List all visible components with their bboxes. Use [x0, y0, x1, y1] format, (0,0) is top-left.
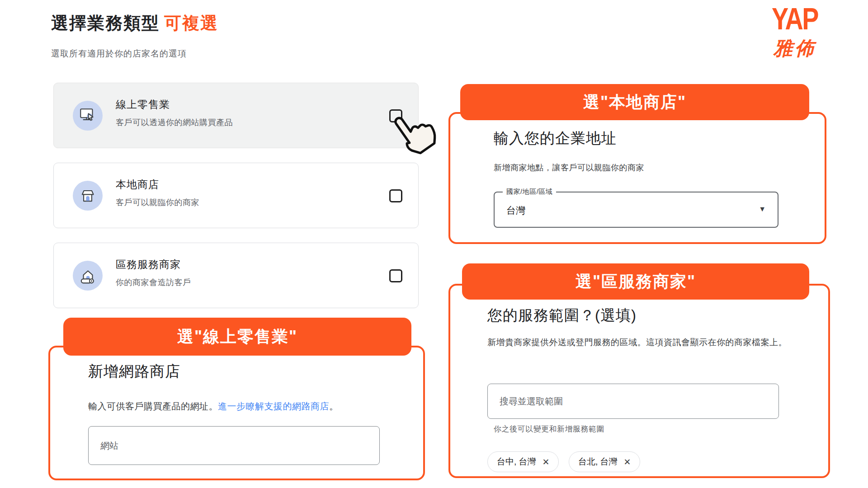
card-subtitle: 你的商家會造訪客戶: [116, 277, 191, 288]
business-card-local-store[interactable]: 本地商店 客戶可以親臨你的商家: [53, 163, 419, 228]
card-title: 線上零售業: [116, 98, 233, 112]
online-retail-annotation-pill: 選"線上零售業": [63, 318, 411, 356]
service-area-desc: 新增貴商家提供外送或登門服務的區域。這項資訊會顯示在你的商家檔案上。: [487, 335, 809, 350]
online-retail-checkbox[interactable]: [389, 109, 402, 122]
remove-chip-icon[interactable]: ✕: [624, 458, 631, 466]
chip-label: 台中, 台灣: [497, 456, 536, 468]
page-subtitle: 選取所有適用於你的店家名的選項: [51, 48, 187, 60]
business-card-service-area[interactable]: 區務服務商家 你的商家會造訪客戶: [53, 243, 419, 308]
service-area-helper-text: 你之後可以變更和新增服務範圍: [494, 424, 604, 434]
service-area-annotation-pill: 選"區服務商家": [462, 263, 809, 300]
page-title: 選擇業務類型可複選: [51, 12, 218, 35]
card-title: 區務服務商家: [116, 258, 191, 272]
service-area-heading: 您的服務範圍？(選填): [487, 305, 637, 326]
storefront-icon: [73, 181, 103, 211]
add-online-store-heading: 新增網路商店: [88, 361, 180, 382]
house-pin-icon: [73, 261, 103, 291]
business-card-online-retail[interactable]: 線上零售業 客戶可以透過你的網站購買產品: [53, 83, 419, 148]
page-title-highlight: 可複選: [164, 14, 218, 33]
local-store-checkbox[interactable]: [389, 189, 402, 202]
business-address-heading: 輸入您的企業地址: [494, 128, 617, 149]
business-address-desc: 新增商家地點，讓客戶可以親臨你的商家: [494, 161, 644, 175]
local-store-annotation-pill: 選"本地商店": [460, 84, 809, 120]
chip-label: 台北, 台灣: [578, 456, 618, 468]
country-region-select[interactable]: 國家/地區/區域 台灣 ▼: [494, 192, 778, 228]
yap-logo-latin: YAP: [769, 3, 821, 35]
service-area-search-input[interactable]: [487, 384, 779, 419]
card-text: 本地商店 客戶可以親臨你的商家: [116, 178, 199, 208]
remove-chip-icon[interactable]: ✕: [542, 458, 550, 466]
card-title: 本地商店: [116, 178, 199, 192]
add-online-store-desc: 輸入可供客戶購買產品的網址。進一步瞭解支援的網路商店。: [88, 399, 339, 414]
page: 選擇業務類型可複選 選取所有適用於你的店家名的選項 YAP 雅佈 線上零售業 客…: [0, 0, 868, 488]
service-area-chip[interactable]: 台中, 台灣 ✕: [487, 451, 559, 472]
card-subtitle: 客戶可以透過你的網站購買產品: [116, 117, 233, 128]
card-subtitle: 客戶可以親臨你的商家: [116, 197, 199, 208]
desc-text: 輸入可供客戶購買產品的網址。: [88, 401, 218, 411]
yap-logo: YAP 雅佈: [763, 3, 826, 61]
country-region-value: 台灣: [506, 204, 525, 217]
country-region-label: 國家/地區/區域: [503, 188, 556, 196]
yap-logo-chinese: 雅佈: [763, 36, 826, 61]
website-input[interactable]: [88, 426, 380, 465]
card-text: 區務服務商家 你的商家會造訪客戶: [116, 258, 191, 288]
card-text: 線上零售業 客戶可以透過你的網站購買產品: [116, 98, 233, 128]
service-area-chip[interactable]: 台北, 台灣 ✕: [569, 451, 640, 472]
page-title-text: 選擇業務類型: [51, 14, 160, 33]
desc-suffix: 。: [329, 401, 339, 411]
service-area-checkbox[interactable]: [389, 269, 402, 282]
chevron-down-icon[interactable]: ▼: [759, 205, 766, 213]
supported-stores-link[interactable]: 進一步瞭解支援的網路商店: [218, 401, 329, 411]
monitor-cursor-icon: [73, 101, 103, 131]
